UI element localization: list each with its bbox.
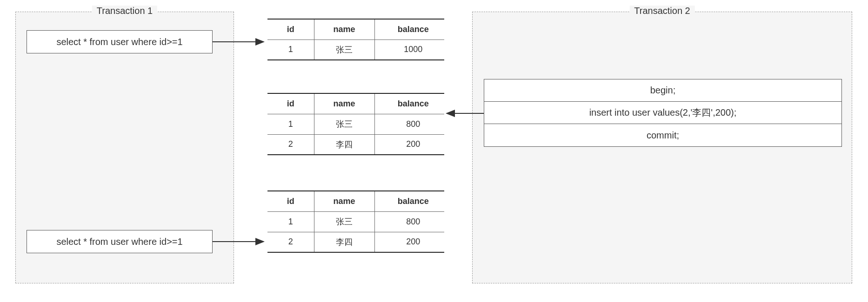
arrow-icon	[213, 237, 268, 246]
sql-text: select * from user where id>=1	[56, 37, 182, 47]
arrow-icon	[213, 37, 268, 46]
table-row: 1 张三 1000	[267, 39, 444, 60]
t1-select-statement-2: select * from user where id>=1	[27, 230, 213, 253]
table-row: 2 李四 200	[267, 232, 444, 252]
result-table-2: id name balance 1 张三 800 2 李四 200	[267, 93, 444, 155]
transaction-2-title: Transaction 2	[629, 6, 694, 16]
sql-text: select * from user where id>=1	[56, 236, 182, 247]
table-header: id name balance	[267, 93, 444, 114]
commit-statement: commit;	[484, 124, 841, 146]
result-table-3: id name balance 1 张三 800 2 李四 200	[267, 190, 444, 253]
arrow-icon	[444, 109, 486, 118]
transaction-1-title: Transaction 1	[92, 6, 157, 16]
transaction-2-statements: begin; insert into user values(2,'李四',20…	[484, 79, 842, 147]
table-row: 2 李四 200	[267, 134, 444, 155]
table-header: id name balance	[267, 19, 444, 39]
begin-statement: begin;	[484, 79, 841, 102]
transaction-2-panel: Transaction 2	[472, 12, 852, 283]
insert-statement: insert into user values(2,'李四',200);	[484, 102, 841, 124]
t1-select-statement-1: select * from user where id>=1	[27, 30, 213, 53]
table-row: 1 张三 800	[267, 211, 444, 232]
result-table-1: id name balance 1 张三 1000	[267, 19, 444, 60]
table-header: id name balance	[267, 191, 444, 211]
table-row: 1 张三 800	[267, 114, 444, 134]
